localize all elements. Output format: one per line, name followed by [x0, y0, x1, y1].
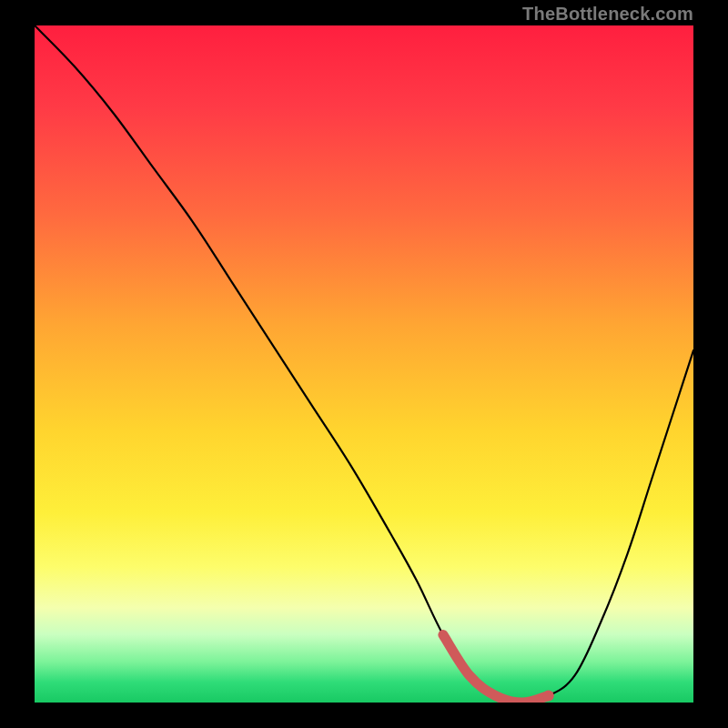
bottleneck-curve: [35, 25, 693, 703]
curve-marker-dot: [543, 691, 554, 702]
chart-frame: TheBottleneck.com: [0, 0, 728, 728]
curve-bottom-marker: [443, 635, 549, 703]
curve-line: [35, 25, 693, 703]
plot-area: [35, 25, 693, 703]
watermark-text: TheBottleneck.com: [522, 4, 693, 25]
